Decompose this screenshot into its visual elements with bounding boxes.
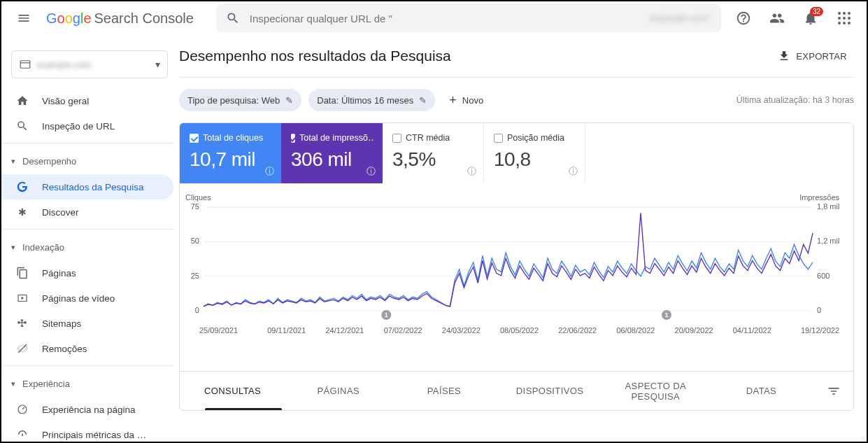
- experience-icon: [15, 403, 29, 416]
- search-input[interactable]: [250, 13, 640, 24]
- discover-icon: ✱: [15, 206, 29, 218]
- svg-text:1: 1: [385, 311, 388, 318]
- chip-search-type[interactable]: Tipo de pesquisa: Web✎: [179, 89, 301, 111]
- hamburger-menu[interactable]: [10, 4, 38, 32]
- svg-text:1,8 mil: 1,8 mil: [817, 203, 839, 211]
- main-content: Desempenho nos resultados da Pesquisa EX…: [179, 35, 867, 442]
- help-icon[interactable]: ⓘ: [367, 165, 376, 178]
- sidebar-item-url-inspection[interactable]: Inspeção de URL: [1, 113, 173, 139]
- search-icon: [15, 120, 29, 132]
- last-update-text: Última atualização: há 3 horas: [737, 95, 854, 105]
- svg-text:1: 1: [664, 311, 668, 318]
- chip-date[interactable]: Data: Últimos 16 meses✎: [308, 89, 435, 111]
- svg-rect-0: [20, 61, 30, 69]
- metric-ctr[interactable]: CTR média 3,5% ⓘ: [383, 123, 484, 183]
- metric-total-impressions[interactable]: Total de impressõ… 306 mil ⓘ: [281, 123, 383, 183]
- speed-icon: [15, 428, 29, 441]
- tab-devices[interactable]: DISPOSITIVOS: [497, 386, 603, 396]
- domain-icon: [19, 58, 31, 71]
- svg-text:75: 75: [191, 203, 199, 211]
- help-icon[interactable]: ⓘ: [569, 165, 578, 178]
- notification-badge: 32: [810, 7, 823, 16]
- help-icon[interactable]: [730, 4, 757, 32]
- home-icon: [15, 94, 29, 107]
- help-icon[interactable]: ⓘ: [265, 165, 274, 178]
- svg-text:25: 25: [191, 272, 199, 280]
- chevron-down-icon: ▾: [11, 243, 15, 252]
- url-inspection-search[interactable]: example.com": [216, 4, 721, 32]
- sidebar-item-search-results[interactable]: Resultados da Pesquisa: [1, 174, 173, 199]
- edit-icon: ✎: [419, 95, 427, 106]
- sitemap-icon: [15, 317, 29, 330]
- y-left-label: Cliques: [185, 193, 211, 202]
- google-apps-icon[interactable]: [830, 4, 858, 32]
- pages-icon: [15, 267, 29, 279]
- dimension-tabs: CONSULTAS PÁGINAS PAÍSES DISPOSITIVOS AS…: [180, 371, 853, 410]
- edit-icon: ✎: [285, 95, 293, 106]
- svg-text:1,2 mil: 1,2 mil: [817, 237, 839, 245]
- sidebar-item-discover[interactable]: ✱Discover: [1, 199, 173, 225]
- y-right-label: Impressões: [799, 193, 839, 202]
- svg-text:0: 0: [195, 306, 199, 314]
- search-icon: [226, 11, 240, 25]
- tab-dates[interactable]: DATAS: [709, 386, 814, 396]
- page-title: Desempenho nos resultados da Pesquisa: [179, 48, 451, 64]
- performance-card: Total de cliques 10,7 mil ⓘ Total de imp…: [179, 122, 854, 411]
- product-name: Search Console: [94, 10, 194, 27]
- sidebar: example.com ▾ Visão geral Inspeção de UR…: [1, 35, 179, 442]
- sidebar-item-overview[interactable]: Visão geral: [1, 88, 173, 113]
- tab-queries[interactable]: CONSULTAS: [180, 386, 285, 396]
- tab-pages[interactable]: PÁGINAS: [285, 386, 391, 396]
- help-icon[interactable]: ⓘ: [467, 165, 476, 178]
- chevron-down-icon: ▾: [11, 379, 15, 388]
- metric-total-clicks[interactable]: Total de cliques 10,7 mil ⓘ: [180, 123, 281, 183]
- google-g-icon: [15, 181, 29, 193]
- svg-text:0: 0: [817, 306, 821, 314]
- plus-icon: +: [449, 94, 457, 106]
- sidebar-group-experience[interactable]: ▾Experiência: [1, 370, 173, 397]
- property-selector[interactable]: example.com ▾: [11, 50, 168, 78]
- sidebar-group-indexing[interactable]: ▾Indexação: [1, 234, 173, 260]
- sidebar-item-video-pages[interactable]: Páginas de vídeo: [1, 286, 173, 311]
- notifications-icon[interactable]: 32: [797, 4, 825, 32]
- sidebar-group-performance[interactable]: ▾Desempenho: [1, 148, 173, 174]
- chevron-down-icon: ▾: [155, 59, 160, 70]
- sidebar-item-removals[interactable]: Remoções: [1, 336, 173, 361]
- svg-text:600: 600: [817, 272, 830, 280]
- sidebar-item-cwv[interactable]: Principais métricas da …: [1, 422, 173, 442]
- performance-chart: 025507506001,2 mil1,8 mil11: [184, 203, 841, 322]
- chevron-down-icon: ▾: [11, 157, 15, 166]
- video-icon: [15, 292, 29, 304]
- svg-text:50: 50: [191, 237, 199, 245]
- download-icon: [778, 50, 790, 62]
- google-logo: Google Search Console: [46, 10, 194, 27]
- sidebar-item-page-experience[interactable]: Experiência na página: [1, 397, 173, 422]
- export-button[interactable]: EXPORTAR: [778, 50, 847, 62]
- tab-countries[interactable]: PAÍSES: [391, 386, 497, 396]
- chart-x-axis: 25/09/202109/11/202124/12/202107/02/2022…: [184, 322, 841, 339]
- metric-position[interactable]: Posição média 10,8 ⓘ: [484, 123, 585, 183]
- filter-icon[interactable]: [814, 384, 853, 398]
- removals-icon: [15, 342, 29, 355]
- sidebar-item-pages[interactable]: Páginas: [1, 260, 173, 286]
- users-icon[interactable]: [763, 4, 791, 32]
- add-filter-button[interactable]: +Novo: [442, 89, 490, 111]
- tab-search-appearance[interactable]: ASPECTO DA PESQUISA: [603, 381, 709, 402]
- sidebar-item-sitemaps[interactable]: Sitemaps: [1, 311, 173, 336]
